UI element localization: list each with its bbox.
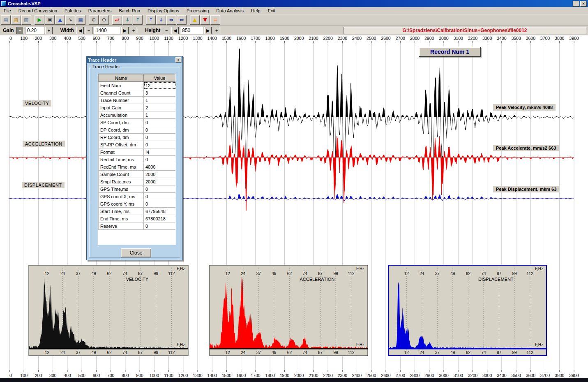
down-arrow-blue-icon[interactable]: ↓ (156, 15, 166, 25)
field-value[interactable]: 2 (144, 104, 176, 111)
width-step-right-button[interactable]: ▶ (121, 27, 129, 34)
left-arrow-blue-icon[interactable]: ⇐ (177, 15, 187, 25)
svg-text:99: 99 (333, 271, 338, 276)
gain-decrease-button[interactable]: − (16, 27, 24, 34)
dialog-title: Trace Header (88, 58, 175, 63)
dialog-titlebar[interactable]: Trace Header x (87, 56, 182, 63)
menu-item-help[interactable]: Help (247, 7, 264, 14)
field-value[interactable]: 0 (144, 134, 176, 141)
menu-item-palettes[interactable]: Palettes (61, 7, 85, 14)
trace-header-row: GPS coord X, ms0 (99, 193, 176, 200)
field-value[interactable]: 2000 (144, 178, 176, 185)
svg-text:800: 800 (122, 373, 129, 378)
field-value[interactable]: 0 (144, 119, 176, 126)
waveform-plot-area[interactable]: 0010010020020030030040040050050060060070… (0, 35, 588, 378)
menu-item-exit[interactable]: Exit (264, 7, 279, 14)
zoom-out-icon[interactable]: ⊖ (99, 15, 109, 25)
field-value[interactable]: 0 (144, 141, 176, 148)
dialog-close-icon[interactable]: x (175, 57, 181, 63)
svg-text:87: 87 (318, 350, 323, 355)
open-icon[interactable]: ▨ (11, 15, 21, 25)
width-increase-button[interactable]: + (130, 27, 137, 34)
triangle-down-red-icon[interactable]: ▼ (200, 15, 210, 25)
swap-arrows-icon[interactable]: ⇄ (112, 15, 122, 25)
menu-item-batch-run[interactable]: Batch Run (115, 7, 144, 14)
svg-text:300: 300 (49, 36, 57, 41)
spectrum-panels: 12122424373749496262747487879999112112F,… (29, 265, 546, 356)
menu-item-data-analysis[interactable]: Data Analysis (212, 7, 247, 14)
menu-item-display-options[interactable]: Display Options (144, 7, 183, 14)
play-icon[interactable]: ▶ (35, 15, 44, 25)
palette-icon[interactable]: ≡ (210, 15, 220, 25)
width-decrease-button[interactable]: − (85, 27, 92, 34)
menu-item-parameters[interactable]: Parameters (85, 7, 115, 14)
stop-icon[interactable]: ▣ (45, 15, 55, 25)
svg-text:74: 74 (481, 350, 486, 355)
new-icon[interactable]: ▤ (1, 15, 11, 25)
svg-text:62: 62 (107, 350, 112, 355)
svg-text:3000: 3000 (439, 36, 449, 41)
field-value[interactable]: 67795848 (144, 208, 176, 215)
minimize-button[interactable]: _ (573, 1, 579, 7)
menu-item-record-conversion[interactable]: Record Conversion (15, 7, 61, 14)
svg-text:1400: 1400 (208, 36, 217, 41)
field-value[interactable]: I4 (144, 148, 176, 156)
height-input[interactable] (180, 27, 203, 34)
svg-text:300: 300 (49, 373, 57, 378)
field-name: SP Coord, dm (99, 119, 144, 126)
displacement-spectrum-panel: 12122424373749496262747487879999112112F,… (388, 265, 546, 356)
field-value[interactable]: 4000 (144, 163, 176, 171)
svg-text:1900: 1900 (280, 373, 290, 378)
close-button[interactable]: x (580, 1, 587, 7)
svg-text:87: 87 (138, 271, 143, 276)
dialog-close-button[interactable]: Close (121, 248, 151, 257)
height-step-right-button[interactable]: ▶ (204, 27, 212, 34)
field-value[interactable]: 0 (144, 156, 176, 163)
zoom-in-icon[interactable]: ⊕ (89, 15, 99, 25)
copy-icon[interactable]: ▥ (21, 15, 31, 25)
up-arrow-teal-icon[interactable]: ↑ (133, 15, 143, 25)
waveform-icon[interactable]: ∿ (65, 15, 75, 25)
field-value[interactable]: 1 (144, 97, 176, 104)
field-value[interactable]: 1 (144, 111, 176, 119)
field-value[interactable]: 2000 (144, 171, 176, 178)
svg-text:12: 12 (404, 271, 409, 276)
triangle-up-yellow-icon[interactable]: ▲ (190, 15, 200, 25)
svg-text:3100: 3100 (453, 36, 463, 41)
svg-text:112: 112 (348, 271, 355, 276)
field-value[interactable]: 12 (144, 82, 176, 89)
width-input[interactable] (94, 27, 120, 34)
down-arrow-teal-icon[interactable]: ↓ (122, 15, 132, 25)
gain-increase-button[interactable]: + (45, 27, 53, 34)
chart-icon[interactable]: ▲ (55, 15, 65, 25)
window-titlebar[interactable]: Crosshole-VSP _ x (0, 0, 588, 7)
save-icon[interactable]: ▦ (76, 15, 85, 25)
menu-item-processing[interactable]: Processing (183, 7, 212, 14)
gain-input[interactable] (25, 27, 44, 34)
acceleration-trace-label: ACCELERATION (23, 141, 65, 147)
field-value[interactable]: 0 (144, 193, 176, 200)
svg-text:62: 62 (287, 350, 292, 355)
field-value[interactable]: 3 (144, 89, 176, 97)
field-value[interactable]: 0 (144, 200, 176, 208)
svg-text:12: 12 (404, 350, 409, 355)
field-name: RecInit Time, ms (99, 156, 144, 163)
up-arrow-blue-icon[interactable]: ↑ (146, 15, 156, 25)
svg-text:900: 900 (136, 373, 143, 378)
svg-text:1900: 1900 (280, 36, 290, 41)
menu-item-file[interactable]: File (0, 7, 15, 14)
width-step-left-button[interactable]: ◀ (76, 27, 84, 34)
field-value[interactable]: 0 (144, 222, 176, 230)
field-value[interactable]: 67800218 (144, 215, 176, 222)
svg-text:99: 99 (512, 271, 517, 276)
svg-text:24: 24 (241, 350, 246, 355)
right-arrow-blue-icon[interactable]: ⇒ (166, 15, 176, 25)
height-increase-button[interactable]: + (213, 27, 220, 34)
field-value[interactable]: 0 (144, 126, 176, 134)
svg-text:1500: 1500 (222, 373, 232, 378)
svg-text:1100: 1100 (164, 373, 173, 378)
height-decrease-button[interactable]: − (163, 27, 170, 34)
field-name: GPS coord Y, ms (99, 200, 144, 208)
field-value[interactable]: 0 (144, 185, 176, 193)
height-step-left-button[interactable]: ◀ (171, 27, 179, 34)
